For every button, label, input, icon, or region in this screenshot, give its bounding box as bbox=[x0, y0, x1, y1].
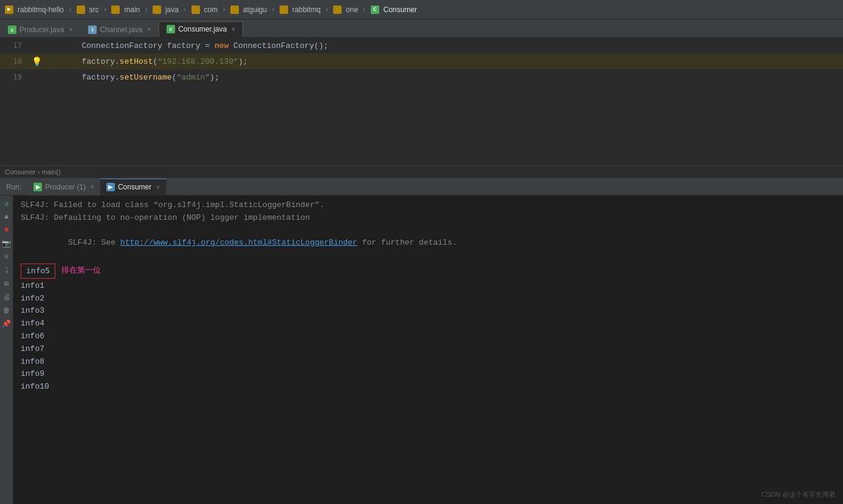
breadcrumb-atguigu: atguigu bbox=[243, 5, 267, 14]
slf4j-link[interactable]: http://www.slf4j.org/codes.html#StaticLo… bbox=[120, 238, 357, 247]
breadcrumb-rabbitmq: rabbitmq bbox=[292, 5, 321, 14]
ide-window: ▶ rabbitmq-hello › src › main › java › c… bbox=[0, 0, 843, 504]
breadcrumb-consumer: Consumer bbox=[384, 5, 417, 14]
output-slf4j-2: SLF4J: Defaulting to no-operation (NOP) … bbox=[21, 212, 836, 225]
code-text-19: factory.setUsername(“admin”); bbox=[44, 73, 219, 82]
run-consumer-close[interactable]: × bbox=[156, 184, 160, 191]
code-lines: 17 ConnectionFactory factory = new Conne… bbox=[0, 38, 843, 85]
run-content: ↺ ▲ ■ 📷 ≡ ⤵ ⊞ 🖨 🗑 📌 SLF4J: Failed to loa… bbox=[0, 196, 843, 504]
run-producer-icon: ▶ bbox=[33, 183, 42, 191]
one-icon bbox=[333, 5, 342, 14]
info5-box: info5 bbox=[21, 264, 55, 279]
run-output[interactable]: SLF4J: Failed to load class “org.slf4j.i… bbox=[13, 196, 843, 504]
run-toolbar: ↺ ▲ ■ 📷 ≡ ⤵ ⊞ 🖨 🗑 📌 bbox=[0, 196, 13, 504]
run-label: Run: bbox=[0, 183, 27, 191]
main-icon bbox=[111, 5, 120, 14]
camera-button[interactable]: 📷 bbox=[1, 238, 12, 249]
com-icon bbox=[191, 5, 200, 14]
producer-tab-icon: c bbox=[8, 26, 16, 34]
output-info1: info1 bbox=[21, 280, 836, 293]
info5-line: info5 排在第一位 bbox=[21, 264, 836, 279]
up-button[interactable]: ▲ bbox=[1, 211, 12, 222]
tab-producer[interactable]: c Producer.java × bbox=[0, 21, 80, 37]
consumer-tab-close[interactable]: × bbox=[232, 26, 235, 33]
output-info6: info6 bbox=[21, 330, 836, 343]
gutter-18: 💡 bbox=[29, 56, 44, 67]
code-line-19: 19 factory.setUsername(“admin”); bbox=[0, 69, 843, 85]
slf4j-suffix: for further details. bbox=[357, 238, 457, 247]
output-info4: info4 bbox=[21, 318, 836, 330]
run-tab-consumer[interactable]: ▶ Consumer × bbox=[100, 179, 166, 196]
line-num-17: 17 bbox=[0, 41, 29, 50]
breadcrumb-one: one bbox=[346, 5, 358, 14]
producer-tab-label: Producer.java bbox=[19, 26, 64, 34]
code-line-17: 17 ConnectionFactory factory = new Conne… bbox=[0, 38, 843, 53]
line-num-18: 18 bbox=[0, 57, 29, 66]
src-icon bbox=[77, 5, 85, 14]
consumer-class-icon: C bbox=[371, 5, 379, 14]
channel-tab-label: Channel.java bbox=[100, 26, 142, 34]
output-info9: info9 bbox=[21, 368, 836, 381]
run-producer-close[interactable]: × bbox=[91, 183, 94, 190]
consumer-tab-label: Consumer.java bbox=[178, 25, 227, 33]
code-text-17: ConnectionFactory factory = new Connecti… bbox=[44, 41, 328, 50]
bulb-icon[interactable]: 💡 bbox=[32, 56, 42, 67]
project-icon: ▶ bbox=[5, 5, 13, 14]
output-info3: info3 bbox=[21, 305, 836, 318]
pin-button[interactable]: 📌 bbox=[1, 318, 12, 329]
trash-button[interactable]: 🗑 bbox=[1, 305, 12, 316]
output-slf4j-3: SLF4J: See http://www.slf4j.org/codes.ht… bbox=[21, 225, 836, 262]
breadcrumb-main: main bbox=[124, 5, 140, 14]
channel-tab-icon: I bbox=[88, 26, 97, 34]
tab-consumer[interactable]: c Consumer.java × bbox=[159, 21, 243, 37]
layout-button[interactable]: ⊞ bbox=[1, 278, 12, 289]
run-consumer-label: Consumer bbox=[118, 183, 151, 191]
tab-channel[interactable]: I Channel.java × bbox=[80, 21, 159, 37]
import-button[interactable]: ⤵ bbox=[1, 265, 12, 276]
output-info7: info7 bbox=[21, 343, 836, 356]
run-consumer-icon: ▶ bbox=[106, 183, 115, 191]
title-bar: ▶ rabbitmq-hello › src › main › java › c… bbox=[0, 0, 843, 19]
breadcrumb-src: src bbox=[89, 5, 99, 14]
run-section: Run: ▶ Producer (1) × ▶ Consumer × ↺ ▲ ■… bbox=[0, 179, 843, 504]
stop-button[interactable]: ■ bbox=[1, 225, 12, 236]
channel-tab-close[interactable]: × bbox=[147, 26, 151, 33]
rabbitmq-icon bbox=[280, 5, 288, 14]
watermark: CSDN @这个名字先用着 bbox=[762, 490, 836, 499]
output-slf4j-1: SLF4J: Failed to load class “org.slf4j.i… bbox=[21, 199, 836, 212]
breadcrumb-com: com bbox=[204, 5, 218, 14]
run-tab-producer[interactable]: ▶ Producer (1) × bbox=[27, 179, 100, 196]
run-producer-label: Producer (1) bbox=[45, 183, 86, 191]
list-button[interactable]: ≡ bbox=[1, 251, 12, 262]
producer-tab-close[interactable]: × bbox=[69, 26, 72, 33]
atguigu-icon bbox=[230, 5, 239, 14]
breadcrumb-class: Consumer bbox=[5, 168, 36, 175]
code-line-18: 18 💡 factory.setHost(“192.168.200.139”); bbox=[0, 53, 843, 69]
output-info10: info10 bbox=[21, 381, 836, 393]
line-num-19: 19 bbox=[0, 73, 29, 81]
editor-tab-bar: c Producer.java × I Channel.java × c Con… bbox=[0, 19, 843, 38]
editor-breadcrumb: Consumer › main() bbox=[0, 165, 843, 179]
rerun-button[interactable]: ↺ bbox=[1, 198, 12, 209]
code-editor: 17 ConnectionFactory factory = new Conne… bbox=[0, 38, 843, 165]
consumer-tab-icon: c bbox=[167, 25, 175, 33]
project-name: rabbitmq-hello bbox=[18, 5, 64, 14]
output-info8: info8 bbox=[21, 356, 836, 369]
slf4j-prefix: SLF4J: See bbox=[68, 238, 120, 247]
breadcrumb-java: java bbox=[165, 5, 179, 14]
breadcrumb-method: main() bbox=[41, 168, 60, 175]
sep1: › bbox=[68, 6, 72, 13]
run-tab-bar: Run: ▶ Producer (1) × ▶ Consumer × bbox=[0, 179, 843, 196]
info5-note: 排在第一位 bbox=[61, 265, 101, 278]
print-button[interactable]: 🖨 bbox=[1, 291, 12, 302]
code-text-18: factory.setHost(“192.168.200.139”); bbox=[44, 57, 247, 66]
output-info2: info2 bbox=[21, 293, 836, 305]
java-icon bbox=[153, 5, 161, 14]
